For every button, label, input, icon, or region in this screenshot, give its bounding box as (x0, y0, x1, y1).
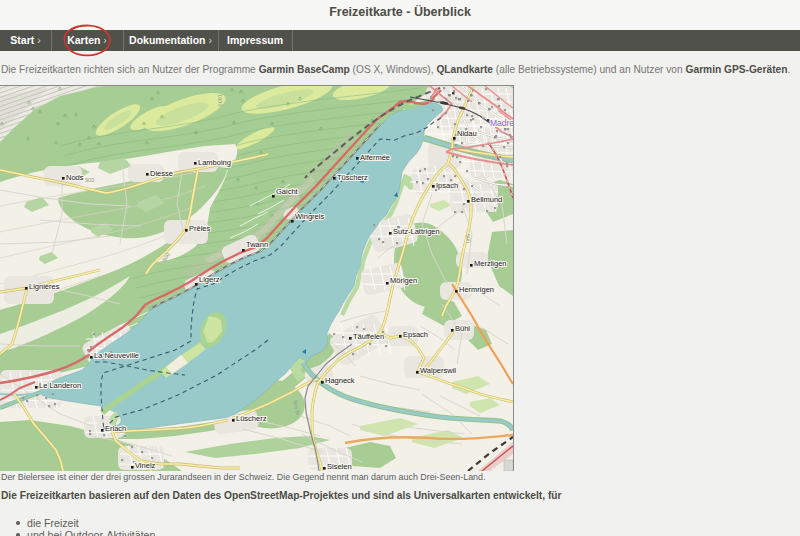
svg-text:Lignières: Lignières (29, 282, 60, 291)
svg-text:La Neuveville: La Neuveville (94, 351, 139, 360)
svg-text:Epsach: Epsach (403, 330, 428, 339)
svg-text:Nods: Nods (66, 173, 84, 182)
svg-text:Madret: Madret (490, 118, 513, 128)
svg-text:Mörigen: Mörigen (390, 276, 417, 285)
svg-text:Diesse: Diesse (150, 169, 173, 178)
svg-text:900: 900 (85, 177, 94, 183)
svg-text:Hermrigen: Hermrigen (459, 285, 494, 294)
svg-text:Hagneck: Hagneck (325, 376, 355, 385)
svg-text:1600: 1600 (217, 94, 223, 106)
svg-text:500: 500 (465, 234, 472, 244)
svg-text:Nidau: Nidau (457, 129, 477, 138)
svg-text:Le Landeron: Le Landeron (39, 381, 81, 390)
svg-text:Alfermée: Alfermée (360, 153, 390, 162)
svg-text:Gaicht: Gaicht (276, 187, 299, 196)
svg-text:Tüscherz: Tüscherz (337, 173, 368, 182)
svg-text:Merzligen: Merzligen (474, 259, 507, 268)
svg-text:Lamboing: Lamboing (198, 158, 231, 167)
svg-text:Prêles: Prêles (189, 224, 211, 233)
svg-text:Ipsach: Ipsach (436, 181, 458, 190)
svg-text:Vinelz: Vinelz (135, 461, 156, 470)
svg-text:Bellmund: Bellmund (471, 195, 502, 204)
svg-text:Bühl: Bühl (455, 324, 470, 333)
svg-text:Täuffelen: Täuffelen (353, 332, 384, 341)
svg-text:Erlach: Erlach (105, 424, 126, 433)
svg-text:Lüscherz: Lüscherz (236, 414, 267, 423)
svg-text:Ligerz: Ligerz (199, 275, 220, 284)
svg-text:Wingreis: Wingreis (295, 212, 324, 221)
svg-text:Twann: Twann (246, 240, 268, 249)
svg-text:Walperswil: Walperswil (420, 366, 456, 375)
svg-text:Siselen: Siselen (327, 462, 352, 471)
svg-text:Sutz-Lattrigen: Sutz-Lattrigen (393, 227, 440, 236)
